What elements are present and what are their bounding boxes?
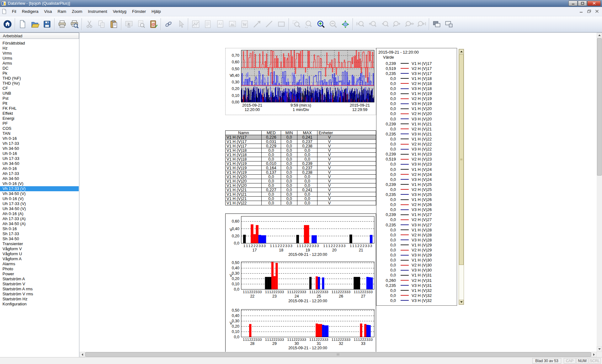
sidebar-item-v-gform-v[interactable]: Vågform V (0, 246, 79, 251)
sidebar-item-konfiguration[interactable]: Konfiguration (0, 302, 79, 307)
table-header-max[interactable]: MAX (297, 131, 317, 135)
table-row[interactable]: V1 H (V)180,00,00,0V (226, 148, 376, 153)
menu-zoom[interactable]: Zoom (69, 8, 85, 15)
cascade-windows-button[interactable] (430, 17, 443, 31)
sidebar-item-fk-fhl[interactable]: FK FHL (0, 106, 79, 111)
sidebar-item-transienter[interactable]: Transienter (0, 241, 79, 246)
page-scroll-up-button[interactable] (597, 33, 602, 38)
table-row[interactable]: V1 H (V)170,0310,00,237V (226, 140, 376, 144)
menu-instrument[interactable]: Instrument (85, 8, 110, 15)
close-button[interactable] (587, 1, 601, 6)
sidebar-item-startstr-m-a-rms[interactable]: Startström A rms (0, 287, 79, 292)
sidebar-item-plt[interactable]: Plt (0, 101, 79, 106)
table-row[interactable]: V1 H (V)200,00,00,0V (226, 183, 376, 188)
sidebar-item-sh-17-33[interactable]: Sh 17-33 (0, 231, 79, 236)
link-button[interactable] (162, 17, 174, 31)
sidebar-item-energi[interactable]: Energi (0, 116, 79, 121)
table-row[interactable]: V1 H (V)210,00,00,0V (226, 192, 376, 197)
table-header-enheter[interactable]: Enheter (317, 131, 376, 135)
sidebar-item-cf[interactable]: CF (0, 86, 79, 91)
sidebar-item-uh-34-50[interactable]: Uh 34-50 (0, 161, 79, 166)
harmonics-time-chart[interactable]: 0,700,600,500,400,300,200,100,00V2015-09… (225, 48, 376, 115)
tile-windows-button[interactable] (443, 17, 455, 31)
page-vertical-scrollbar[interactable] (597, 33, 602, 352)
sidebar-item-startstr-m-a[interactable]: Startström A (0, 277, 79, 282)
table-row[interactable]: V1 H (V)180,00,00,0V (226, 153, 376, 157)
sidebar-item-uh-17-33-v[interactable]: Uh 17-33 (V) (0, 201, 79, 206)
menu-ram[interactable]: Ram (55, 8, 69, 15)
sidebar-item-ah-0-16[interactable]: Ah 0-16 (0, 166, 79, 171)
mdi-minimize-button[interactable] (578, 8, 584, 14)
sidebar-item-sh-34-50[interactable]: Sh 34-50 (0, 236, 79, 241)
mdi-restore-button[interactable] (586, 8, 592, 14)
menu-fil[interactable]: Fil (9, 8, 19, 15)
sidebar-item-power[interactable]: Power (0, 272, 79, 277)
sidebar-item-f-rs-ttsblad[interactable]: Försättsblad (0, 41, 79, 46)
sidebar-item-v-gform-u[interactable]: Vågform U (0, 251, 79, 256)
sidebar-item-cos[interactable]: COS (0, 126, 79, 131)
sidebar-item-ah-34-50-a[interactable]: Ah 34-50 (A) (0, 221, 79, 226)
sidebar-item-v-gform-a[interactable]: Vågform A (0, 256, 79, 261)
sidebar-item-startstr-m-hz[interactable]: Startström Hz (0, 297, 79, 302)
harmonics-bar-chart-28-33[interactable]: 1112223332811122233329111222333301112223… (225, 308, 376, 352)
sidebar-item-thd-f[interactable]: THD (%F) (0, 76, 79, 81)
harmonics-bar-chart-22-27[interactable]: 1112223332211122233323111222333241112223… (225, 259, 376, 308)
page-scroll-left-button[interactable] (80, 352, 85, 357)
open-button[interactable] (29, 17, 41, 31)
sidebar-item-effekt[interactable]: Effekt (0, 111, 79, 116)
print-preview-button[interactable] (68, 17, 80, 31)
page-vscroll-thumb[interactable] (597, 38, 602, 176)
table-header-med[interactable]: MED (261, 131, 281, 135)
legend-scroll-up-button[interactable] (459, 49, 464, 54)
sidebar-item-dc[interactable]: DC (0, 66, 79, 71)
sidebar-item-vh-0-16[interactable]: Vh 0-16 (0, 136, 79, 141)
legend-scroll-thumb[interactable] (459, 54, 464, 265)
sidebar-item-hz[interactable]: Hz (0, 46, 79, 51)
page-scroll-right-button[interactable] (591, 352, 597, 357)
sidebar-item-uh-34-50-v[interactable]: Uh 34-50 (V) (0, 206, 79, 211)
sidebar-item-pf[interactable]: PF (0, 121, 79, 126)
table-row[interactable]: V1 H (V)210,2270,00,241V (226, 188, 376, 192)
home-button[interactable] (1, 17, 13, 31)
sidebar-item-pst[interactable]: Pst (0, 96, 79, 101)
menu-verktyg[interactable]: Verktyg (110, 8, 129, 15)
address-book-button[interactable]: @ (147, 17, 159, 31)
legend-scroll-down-button[interactable] (459, 300, 464, 304)
table-row[interactable]: V1 H (V)200,00,00,0V (226, 179, 376, 183)
sidebar-item-vrms[interactable]: Vrms (0, 51, 79, 56)
table-row[interactable]: V1 H (V)170,2290,00,238V (226, 144, 376, 148)
pan-button[interactable] (339, 17, 351, 31)
save-button[interactable] (41, 17, 53, 31)
maximize-button[interactable] (578, 1, 587, 6)
table-header-namn[interactable]: Namn (226, 131, 262, 135)
sidebar-item-vh-34-50-v[interactable]: Vh 34-50 (V) (0, 191, 79, 196)
sidebar-item-pk[interactable]: Pk (0, 71, 79, 76)
menu-visa[interactable]: Visa (41, 8, 55, 15)
legend-scrollbar[interactable] (459, 49, 464, 305)
paste-button[interactable] (108, 17, 120, 31)
mdi-close-button[interactable] (594, 8, 600, 14)
table-row[interactable]: V1 H (V)190,0100,00,239V (226, 161, 376, 166)
harmonics-bar-chart-17-21[interactable]: 1112223331711122233318111222333191112223… (225, 214, 376, 260)
sidebar-item-startstr-m-v-rms[interactable]: Startström V rms (0, 292, 79, 297)
menu-redigera[interactable]: Redigera (19, 8, 41, 15)
minimize-button[interactable] (568, 1, 578, 6)
sidebar-item-uh-0-16-v[interactable]: Uh 0-16 (V) (0, 196, 79, 201)
table-row[interactable]: V1 H (V)210,00,00,0V (226, 197, 376, 201)
sidebar-item-arms[interactable]: Arms (0, 61, 79, 66)
new-document-button[interactable] (16, 17, 29, 31)
sidebar-item-tan[interactable]: TAN (0, 131, 79, 136)
table-row[interactable]: V1 H (V)180,00,00,0V (226, 157, 376, 161)
sidebar-item-urms[interactable]: Urms (0, 56, 79, 61)
sidebar-item-ah-34-50[interactable]: Ah 34-50 (0, 176, 79, 181)
sidebar-item-photo[interactable]: Photo (0, 266, 79, 272)
menu-f-nster[interactable]: Fönster (129, 8, 149, 15)
table-row[interactable]: V1 H (V)200,00,00,0V (226, 175, 376, 179)
page-scroll-down-button[interactable] (597, 346, 602, 352)
sidebar-item-alarms[interactable]: Alarms (0, 261, 79, 266)
table-row[interactable]: V1 H (V)170,2260,00,241V (226, 135, 376, 140)
table-row[interactable]: V1 H (V)220,00,00,0V (226, 201, 376, 205)
sidebar-item-ah-17-33[interactable]: Ah 17-33 (0, 171, 79, 176)
page-hscroll-thumb[interactable] (85, 352, 591, 357)
zoom-in-button[interactable] (315, 17, 327, 31)
